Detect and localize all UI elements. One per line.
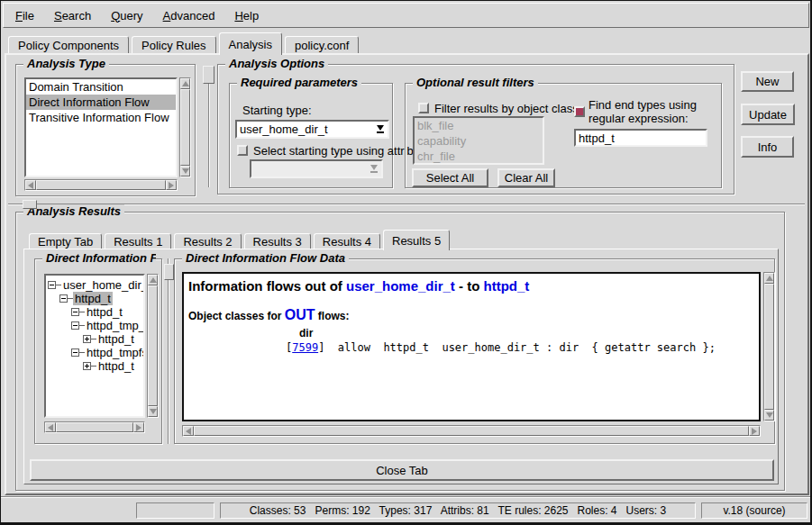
tree-node: httpd_t <box>48 305 143 319</box>
scrollbar-down-icon[interactable] <box>180 166 190 177</box>
main-tab[interactable]: Analysis <box>219 32 282 55</box>
menu-item[interactable]: File <box>5 5 44 26</box>
starting-type-value[interactable] <box>237 122 373 136</box>
scrollbar-left-icon[interactable] <box>183 426 194 436</box>
tree-node-label[interactable]: httpd_t <box>73 292 113 305</box>
tree-expander-icon[interactable] <box>48 281 56 289</box>
scrollbar-thumb[interactable] <box>56 422 133 432</box>
tree-node-label[interactable]: user_home_dir_t <box>61 278 145 292</box>
regex-checkbox[interactable] <box>574 106 585 117</box>
close-tab-button[interactable]: Close Tab <box>30 459 774 481</box>
tree-expander-icon[interactable] <box>71 308 79 316</box>
main-tab[interactable]: policy.conf <box>285 36 359 53</box>
regex-input[interactable] <box>574 129 707 147</box>
scrollbar-left-icon[interactable] <box>25 180 36 190</box>
results-tab[interactable]: Results 3 <box>244 233 311 249</box>
analysis-type-option[interactable]: Domain Transition <box>26 79 176 95</box>
flow-tree[interactable]: user_home_dir_t httpd_t <box>44 274 145 418</box>
flow-target-type: httpd_t <box>484 278 530 294</box>
results-tab[interactable]: Results 1 <box>105 233 171 249</box>
analysis-type-option[interactable]: Direct Information Flow <box>26 95 176 110</box>
results-sash-grip[interactable] <box>164 264 174 280</box>
tree-horizontal-scrollbar[interactable] <box>44 421 145 433</box>
select-all-button[interactable]: Select All <box>412 168 488 187</box>
new-button[interactable]: New <box>741 71 794 92</box>
combo-arrow-icon[interactable] <box>373 125 388 133</box>
attrib-checkbox[interactable] <box>237 145 248 156</box>
rule-line: [7599] allow httpd_t user_home_dir_t : d… <box>286 341 759 354</box>
tree-node-label[interactable]: httpd_t <box>96 332 136 346</box>
scrollbar-thumb[interactable] <box>194 426 749 436</box>
clear-all-button[interactable]: Clear All <box>497 168 555 187</box>
scrollbar-thumb[interactable] <box>180 89 190 166</box>
flow-heading-middle: - to <box>455 278 484 294</box>
scrollbar-up-icon[interactable] <box>764 273 774 284</box>
results-tab[interactable]: Empty Tab <box>29 233 102 249</box>
tree-node-label[interactable]: httpd_t <box>96 359 136 373</box>
scrollbar-up-icon[interactable] <box>180 78 190 89</box>
attrib-checkbox-label[interactable]: Select starting type using attrib: <box>253 144 416 158</box>
horizontal-sash-line <box>8 204 805 205</box>
starting-type-label: Starting type: <box>242 104 312 117</box>
combo-arrow-icon <box>367 165 381 173</box>
menu-item[interactable]: Search <box>44 5 101 26</box>
results-tab[interactable]: Results 2 <box>174 233 241 249</box>
menu-item[interactable]: Help <box>224 5 269 26</box>
tree-expander-icon[interactable] <box>71 348 79 357</box>
tree-expander-icon[interactable] <box>83 362 91 370</box>
analysis-type-listbox[interactable]: Domain Transition Direct Information Flo… <box>24 77 178 177</box>
horizontal-sash-grip[interactable] <box>23 200 37 209</box>
scrollbar-up-icon[interactable] <box>148 275 158 285</box>
analysis-type-group-title: Analysis Type <box>23 57 109 70</box>
tree-expander-icon[interactable] <box>83 335 91 343</box>
data-horizontal-scrollbar[interactable] <box>182 425 761 437</box>
data-vertical-scrollbar[interactable] <box>763 272 775 421</box>
analysis-options-group: Analysis Options Required parameters Sta… <box>217 64 734 195</box>
tree-expander-icon[interactable] <box>59 294 68 303</box>
starting-type-combobox[interactable] <box>235 120 389 139</box>
flow-source-type: user_home_dir_t <box>346 278 455 294</box>
scrollbar-down-icon[interactable] <box>148 406 158 417</box>
analysis-type-horizontal-scrollbar[interactable] <box>24 179 178 191</box>
menu-item[interactable]: Advanced <box>153 5 225 26</box>
vertical-sash-grip[interactable] <box>203 66 214 84</box>
scrollbar-thumb[interactable] <box>36 180 166 190</box>
attrib-value <box>251 162 367 176</box>
results-tab[interactable]: Results 5 <box>383 230 450 250</box>
scrollbar-thumb[interactable] <box>764 284 774 410</box>
tree-vertical-scrollbar[interactable] <box>147 274 159 418</box>
scrollbar-thumb[interactable] <box>148 285 158 406</box>
rule-text: allow httpd_t user_home_dir_t : dir { ge… <box>324 341 715 354</box>
required-parameters-group: Required parameters Starting type: Selec… <box>229 83 393 188</box>
optional-result-filters-group: Optional result filters Filter results b… <box>405 83 722 188</box>
tree-node-label[interactable]: httpd_t <box>85 305 124 319</box>
flow-data-textarea[interactable]: Information flows out of user_home_dir_t… <box>182 272 761 421</box>
scrollbar-down-icon[interactable] <box>764 410 774 421</box>
tree-expander-icon[interactable] <box>71 321 79 330</box>
tree-node-label[interactable]: httpd_tmp_t <box>85 319 145 332</box>
scrollbar-right-icon[interactable] <box>166 180 177 190</box>
flow-data-title: Direct Information Flow Data <box>182 251 349 265</box>
analysis-type-option[interactable]: Transitive Information Flow <box>26 110 176 125</box>
scrollbar-left-icon[interactable] <box>45 422 56 432</box>
tree-node-label[interactable]: httpd_tmpfs_t <box>85 346 145 359</box>
scrollbar-right-icon[interactable] <box>749 426 760 436</box>
menu-item[interactable]: Query <box>101 5 152 26</box>
filter-object-class-label[interactable]: Filter results by object class: <box>434 102 581 115</box>
regex-checkbox-label[interactable]: Find end types using regular expression: <box>588 98 734 125</box>
tree-node: httpd_t <box>48 332 143 346</box>
status-panel-empty <box>136 502 214 519</box>
scrollbar-right-icon[interactable] <box>133 422 144 432</box>
flow-heading: Information flows out of user_home_dir_t… <box>184 274 759 294</box>
rule-number-link[interactable]: 7599 <box>292 341 318 354</box>
analysis-type-vertical-scrollbar[interactable] <box>179 77 191 177</box>
main-tab[interactable]: Policy Rules <box>132 36 216 53</box>
info-button[interactable]: Info <box>741 136 794 158</box>
object-classes-suffix: flows: <box>315 310 350 322</box>
analysis-type-group: Analysis Type Domain Transition Direct I… <box>15 64 196 196</box>
update-button[interactable]: Update <box>741 104 795 125</box>
object-classes-line: Object classes for OUT flows: <box>184 294 759 323</box>
filter-object-class-checkbox[interactable] <box>418 103 429 113</box>
main-tab[interactable]: Policy Components <box>8 36 129 53</box>
results-tab[interactable]: Results 4 <box>314 233 380 249</box>
